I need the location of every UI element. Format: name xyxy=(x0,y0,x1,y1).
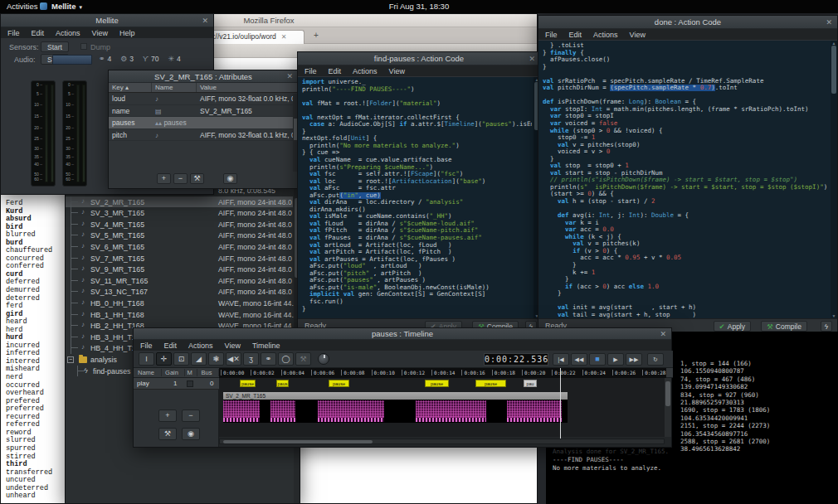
attribute-row[interactable]: pitch♪AIFF, mono 32-float 0.1 kHz, 0... xyxy=(109,129,298,142)
execute-button[interactable]: ϟ xyxy=(821,321,833,332)
file-row[interactable]: ♪HB_1_HH_T168WAVE, mono 16-int 44.1 kHz,… xyxy=(66,309,293,321)
menu-view[interactable]: View xyxy=(92,29,108,37)
file-row[interactable]: ♪SV_6_MR_T165AIFF, mono 24-int 48.0 kHz,… xyxy=(66,241,293,253)
pause-marker[interactable]: pau xyxy=(524,380,537,387)
track-view-button[interactable]: ◉ xyxy=(182,428,200,440)
menu-file[interactable]: File xyxy=(305,67,317,75)
menu-edit[interactable]: Edit xyxy=(329,67,342,75)
compile-button[interactable]: ⚒Compile xyxy=(761,321,807,332)
menu-file[interactable]: File xyxy=(7,29,20,37)
close-icon[interactable]: ✕ xyxy=(826,16,832,29)
menu-file[interactable]: File xyxy=(140,342,153,350)
rewind-button[interactable]: ◀◀ xyxy=(571,353,587,366)
fade-tool-icon[interactable]: ◢ xyxy=(191,352,207,366)
timeline-vscrollbar[interactable] xyxy=(665,378,671,437)
mute-checkbox[interactable] xyxy=(187,380,193,387)
file-row[interactable]: ♪SV_5_MR_T165AIFF, mono 24-int 48.0 kHz,… xyxy=(66,230,293,241)
track-row-play[interactable]: play 1 0 xyxy=(134,378,219,390)
column-value[interactable]: Value xyxy=(197,83,298,92)
column-gain[interactable]: Gain xyxy=(162,369,185,376)
close-icon[interactable]: ✕ xyxy=(660,328,666,340)
close-icon[interactable]: ✕ xyxy=(286,70,293,83)
menu-actions[interactable]: Actions xyxy=(56,29,80,37)
column-bus[interactable]: Bus xyxy=(197,369,219,376)
file-row[interactable]: ♪SV_2_MR_T165AIFF, mono 24-int 48.0 kHz,… xyxy=(66,196,293,208)
menu-view[interactable]: View xyxy=(225,342,241,350)
remove-button[interactable]: − xyxy=(173,173,188,184)
menu-edit[interactable]: Edit xyxy=(569,31,582,39)
menu-actions[interactable]: Actions xyxy=(353,67,378,75)
view-button[interactable]: ◉ xyxy=(223,173,237,184)
editor-scrollbar[interactable]: ▲▼ xyxy=(831,41,837,318)
patch-tool-icon[interactable]: ⚒ xyxy=(295,352,311,366)
done-titlebar[interactable]: done : Action Code ✕ xyxy=(538,16,837,29)
menu-edit[interactable]: Edit xyxy=(164,342,178,350)
pause-marker[interactable]: pause xyxy=(329,380,349,387)
attribute-row[interactable]: name▤SV_2_MR_T165 xyxy=(109,105,298,118)
dump-checkbox[interactable] xyxy=(80,43,87,50)
pause-marker[interactable]: pause xyxy=(475,380,506,387)
play-button[interactable]: ▶ xyxy=(607,353,624,366)
edit-button[interactable]: ⚒ xyxy=(190,173,204,184)
track-bus[interactable]: 0 xyxy=(210,380,213,387)
track-area[interactable]: pausepauspausepausepausepau SV_2_MR_T165 xyxy=(219,378,665,437)
menu-view[interactable]: View xyxy=(389,67,405,75)
file-row[interactable]: ♪SV_4_MR_T165AIFF, mono 24-int 48.0 kHz,… xyxy=(66,219,293,230)
timeline-titlebar[interactable]: pauses : Timeline ✕ xyxy=(134,328,671,340)
crop-tool-icon[interactable]: ⊡ xyxy=(173,352,189,366)
hand-tool-icon[interactable]: ✛ xyxy=(156,352,172,366)
file-row[interactable]: ♪SV_11_MR_T165AIFF, mono 24-int 48.0 kHz… xyxy=(66,275,293,287)
audition-tool-icon[interactable]: ʒ xyxy=(243,352,259,366)
tab-close-icon[interactable]: ✕ xyxy=(281,33,287,41)
loop-button[interactable]: ↻ xyxy=(647,353,664,366)
pause-marker[interactable]: pause xyxy=(425,380,449,387)
menu-view[interactable]: View xyxy=(630,31,646,39)
track-edit-button[interactable]: ⚒ xyxy=(158,428,177,440)
menu-actions[interactable]: Actions xyxy=(188,342,213,350)
gain-knob[interactable] xyxy=(318,353,329,365)
attribute-row[interactable]: loud♪AIFF, mono 32-float 0.0 kHz, 0:... xyxy=(109,93,298,105)
fast-forward-button[interactable]: ▶▶ xyxy=(626,353,642,366)
timeline-ruler[interactable]: 0:00:000:00:020:00:040:00:060:00:080:00:… xyxy=(219,368,666,378)
file-row[interactable]: ♪SV_7_MR_T165AIFF, mono 24-int 48.0 kHz,… xyxy=(66,253,293,264)
find-pauses-titlebar[interactable]: find-pauses : Action Code ✕ xyxy=(298,52,540,65)
menu-actions[interactable]: Actions xyxy=(593,31,618,39)
file-row[interactable]: ♪SV_13_NC_T167AIFF, mono 24-int 48.0 kHz… xyxy=(66,286,293,298)
add-button[interactable]: + xyxy=(157,173,171,184)
file-row[interactable]: ♪SV_9_MR_T165AIFF, mono 24-int 48.0 kHz,… xyxy=(66,264,293,275)
menu-file[interactable]: File xyxy=(545,31,558,39)
attribute-row[interactable]: pauses▴▴ pauses xyxy=(109,117,298,129)
file-row[interactable]: ♪SV_3_MR_T165AIFF, mono 24-int 48.0 kHz,… xyxy=(66,207,293,219)
column-name[interactable]: Name xyxy=(134,369,162,376)
add-track-button[interactable]: + xyxy=(158,410,177,422)
menu-timeline[interactable]: Timeline xyxy=(252,342,280,350)
close-icon[interactable]: ✕ xyxy=(202,14,208,27)
circle-tool-icon[interactable]: ◯ xyxy=(278,352,294,366)
menu-help[interactable]: Help xyxy=(119,29,135,37)
clock[interactable]: Fri Aug 31, 18:30 xyxy=(0,2,838,11)
stop-button[interactable]: ■ xyxy=(589,353,606,366)
gain-tool-icon[interactable]: ❃ xyxy=(208,352,224,366)
find-pauses-code-area[interactable]: import universe._println("----FIND PAUSE… xyxy=(298,77,540,318)
done-code-area[interactable]: } .toList} finally { afPauses.close()} v… xyxy=(538,41,837,318)
new-tab-button[interactable]: + xyxy=(309,31,323,43)
link-tool-icon[interactable]: ⚭ xyxy=(261,352,276,366)
mute-tool-icon[interactable]: ◀✕ xyxy=(226,352,241,366)
apply-button[interactable]: ✔Apply xyxy=(714,321,751,332)
pause-marker[interactable]: pause xyxy=(240,380,256,387)
sensors-start-button[interactable]: Start xyxy=(41,41,69,52)
go-to-start-button[interactable]: |◀ xyxy=(553,353,569,366)
pause-marker[interactable]: paus xyxy=(276,380,289,387)
close-icon[interactable]: ✕ xyxy=(529,52,535,65)
file-row[interactable]: ♪HB_0_HH_T168WAVE, mono 16-int 44.1 kHz,… xyxy=(66,298,293,309)
mellite-titlebar[interactable]: Mellite ✕ xyxy=(1,14,213,27)
column-m[interactable]: M xyxy=(185,369,197,376)
timeline-hscrollbar[interactable] xyxy=(219,439,665,444)
column-key[interactable]: Key ▴ xyxy=(109,83,152,92)
track-gain[interactable]: 1 xyxy=(173,380,177,387)
menu-edit[interactable]: Edit xyxy=(32,29,45,37)
audio-region[interactable]: SV_2_MR_T165 xyxy=(223,392,568,423)
playhead-cursor[interactable] xyxy=(560,368,561,439)
attributes-titlebar[interactable]: SV_2_MR_T165 : Attributes ✕ xyxy=(109,70,298,83)
expander-icon[interactable]: − xyxy=(67,356,74,363)
